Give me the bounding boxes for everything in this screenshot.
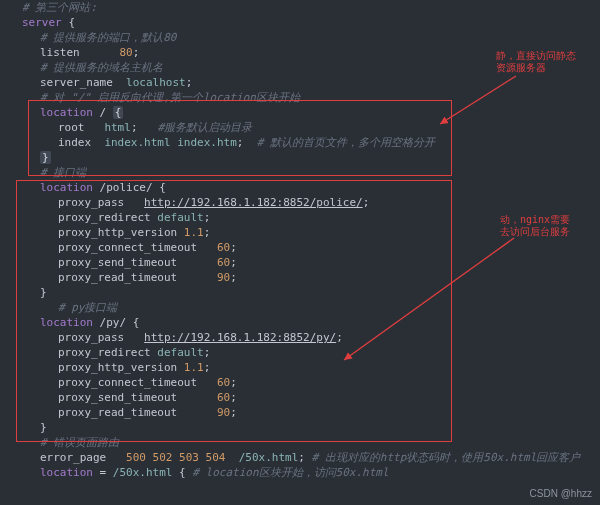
value: 90 bbox=[217, 271, 230, 284]
code-editor[interactable]: # 第三个网站: server { # 提供服务的端口，默认80 listen … bbox=[0, 0, 600, 505]
proxy-redirect-key: proxy_redirect bbox=[58, 346, 151, 359]
listen-key: listen bbox=[40, 46, 80, 59]
proxy-send-timeout-key: proxy_send_timeout bbox=[58, 391, 177, 404]
proxy-send-timeout-key: proxy_send_timeout bbox=[58, 256, 177, 269]
comment: # py接口端 bbox=[58, 301, 118, 314]
comment: #服务默认启动目录 bbox=[157, 121, 252, 134]
proxy-redirect-key: proxy_redirect bbox=[58, 211, 151, 224]
comment: # 错误页面路由 bbox=[40, 436, 119, 449]
comment: # location区块开始，访问50x.html bbox=[192, 466, 388, 479]
comment: # 提供服务的端口，默认80 bbox=[40, 31, 177, 44]
close-brace: } bbox=[40, 151, 51, 164]
open-brace: { bbox=[159, 181, 166, 194]
index-key: index bbox=[58, 136, 91, 149]
location-keyword: location bbox=[40, 106, 93, 119]
location-keyword: location bbox=[40, 316, 93, 329]
close-brace: } bbox=[40, 421, 47, 434]
value: 60 bbox=[217, 241, 230, 254]
error-codes: 500 502 503 504 bbox=[126, 451, 225, 464]
proxy-url: http://192.168.1.182:8852/police/ bbox=[144, 196, 363, 209]
error-file: /50x.html bbox=[239, 451, 299, 464]
comment: # 默认的首页文件，多个用空格分开 bbox=[257, 136, 435, 149]
location-path: /police/ bbox=[100, 181, 153, 194]
annotation-dynamic: 动，nginx需要 去访问后台服务 bbox=[500, 214, 570, 238]
location-keyword: location bbox=[40, 466, 93, 479]
watermark: CSDN @hhzz bbox=[530, 488, 592, 499]
value: 90 bbox=[217, 406, 230, 419]
value: 1.1 bbox=[184, 361, 204, 374]
location-keyword: location bbox=[40, 181, 93, 194]
comment: # 提供服务的域名主机名 bbox=[40, 61, 163, 74]
open-brace: { bbox=[179, 466, 186, 479]
value: 60 bbox=[217, 376, 230, 389]
open-brace: { bbox=[133, 316, 140, 329]
location-path: /py/ bbox=[100, 316, 127, 329]
port: 80 bbox=[120, 46, 133, 59]
index-val: index.html index.htm bbox=[104, 136, 236, 149]
location-path: / bbox=[100, 106, 107, 119]
proxy-connect-timeout-key: proxy_connect_timeout bbox=[58, 376, 197, 389]
open-brace: { bbox=[113, 106, 124, 119]
comment: # 接口端 bbox=[40, 166, 86, 179]
proxy-read-timeout-key: proxy_read_timeout bbox=[58, 271, 177, 284]
equals: = bbox=[100, 466, 107, 479]
proxy-pass-key: proxy_pass bbox=[58, 196, 124, 209]
error-page-key: error_page bbox=[40, 451, 106, 464]
value: 60 bbox=[217, 391, 230, 404]
annotation-static: 静，直接访问静态 资源服务器 bbox=[496, 50, 576, 74]
root-key: root bbox=[58, 121, 85, 134]
comment: # 对 "/" 启用反向代理,第一个location区块开始 bbox=[40, 91, 300, 104]
open-brace: { bbox=[68, 16, 75, 29]
value: 1.1 bbox=[184, 226, 204, 239]
proxy-http-version-key: proxy_http_version bbox=[58, 361, 177, 374]
value: default bbox=[157, 346, 203, 359]
proxy-pass-key: proxy_pass bbox=[58, 331, 124, 344]
proxy-http-version-key: proxy_http_version bbox=[58, 226, 177, 239]
server-name-key: server_name bbox=[40, 76, 113, 89]
close-brace: } bbox=[40, 286, 47, 299]
root-val: html bbox=[104, 121, 131, 134]
proxy-read-timeout-key: proxy_read_timeout bbox=[58, 406, 177, 419]
location-path: /50x.html bbox=[113, 466, 173, 479]
proxy-connect-timeout-key: proxy_connect_timeout bbox=[58, 241, 197, 254]
value: 60 bbox=[217, 256, 230, 269]
server-keyword: server bbox=[22, 16, 62, 29]
comment: # 出现对应的http状态码时，使用50x.html回应客户 bbox=[312, 451, 581, 464]
proxy-url: http://192.168.1.182:8852/py/ bbox=[144, 331, 336, 344]
server-name-val: localhost bbox=[126, 76, 186, 89]
value: default bbox=[157, 211, 203, 224]
comment: # 第三个网站: bbox=[22, 1, 97, 14]
